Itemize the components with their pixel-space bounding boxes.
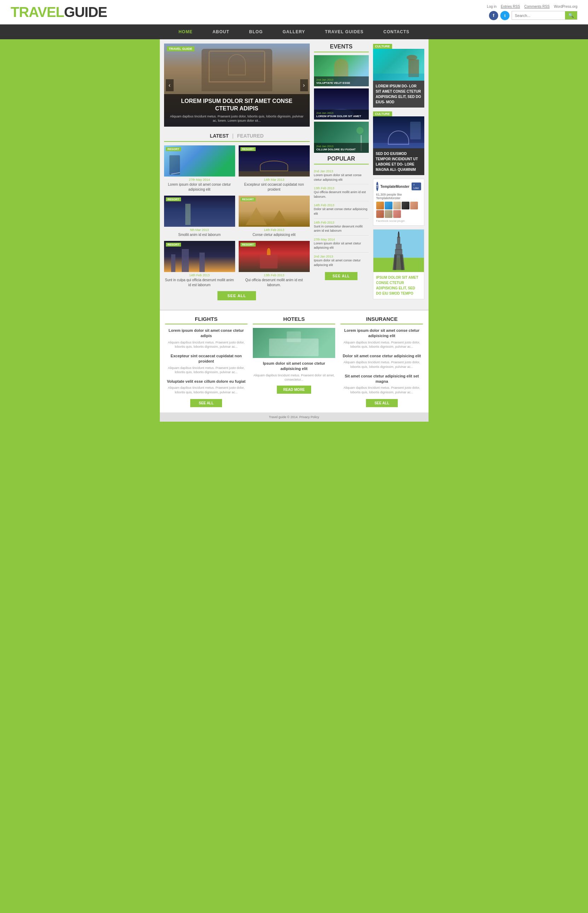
culture-1-text: LOREM IPSUM DO- LOR SIT AMET CONSE CTETU… [373,81,424,108]
popular-6-date: 2nd Jan 2013 [314,255,369,258]
card-4-image-wrap: RESORT [239,196,310,227]
logo-travel: TRAVEL [11,4,64,20]
hero-arrow-left[interactable]: ‹ [166,79,174,91]
events-popular-column: EVENTS 2nd Jan 2013 VOLUPTATE VELIT ESSE [314,44,369,305]
card-6-image-wrap: RESORT [239,241,310,272]
insurance-2-title: Dolor sit amet conse ctetur adipisicing … [341,353,423,359]
search-button[interactable]: 🔍 [565,11,577,19]
card-3[interactable]: RESORT 5th Mar 2013 Smollit anim id est … [164,196,235,237]
hotel-article-title: Ipsum dolor sit amet conse ctetur adipis… [253,361,335,372]
tab-featured[interactable]: FEATURED [237,133,263,139]
popular-item-4[interactable]: 14th Feb 2013 Sunt in consectetur deseru… [314,219,369,236]
logo[interactable]: TRAVELGUIDE [11,4,107,20]
hero-label: TRAVEL GUIDE [167,46,194,51]
flight-article-1[interactable]: Lorem ipsum dolor sit amet conse ctetur … [165,328,247,349]
card-5[interactable]: RESORT 14th Feb 2013 Sunt in culpa qui o… [164,241,235,288]
nav-contacts[interactable]: CONTACTS [373,24,419,39]
fb-avatars [376,202,421,218]
hotel-article[interactable]: Ipsum dolor sit amet conse ctetur adipis… [253,361,335,382]
popular-item-5[interactable]: 27th May 2014 Lorem ipsum dolor sit amet… [314,236,369,253]
svg-rect-9 [398,232,399,234]
card-6-label: RESORT [241,243,256,246]
popular-2-title: Qui officia deserunt mollit anim id est … [314,190,369,199]
insurance-see-all-wrap: SEE ALL [341,399,423,407]
popular-item-1[interactable]: 2nd Jan 2013 Lorem ipsum dolor sit amet … [314,167,369,184]
flight-2-desc: Aliquam dapibus tincidunt metus. Praesen… [165,366,247,375]
wordpress-link[interactable]: WordPress.org [554,5,577,8]
nav-gallery[interactable]: GALLERY [273,24,315,39]
eiffel-card[interactable]: IPSUM DOLOR SIT AMET CONSE CTETUR ADIPIS… [373,229,424,299]
culture-2-text: SED DO EIUSMOD TEMPOR INCIDIDUNT UT LABO… [373,148,424,175]
culture-card-1[interactable]: CULTURE LOREM IPSUM DO- LOR SIT AMET CON… [373,44,424,108]
search-input[interactable] [512,11,565,19]
popular-see-all-button[interactable]: SEE ALL [325,272,358,280]
card-2-image-wrap: RESORT [239,146,310,176]
insurance-see-all-button[interactable]: SEE ALL [366,399,398,407]
hotels-read-more-button[interactable]: READ MORE [277,385,311,394]
comments-rss-link[interactable]: Comments RSS [524,5,550,8]
event-1-title: VOLUPTATE VELIT ESSE [317,81,366,84]
flight-article-2[interactable]: Excepteur sint occaecat cupidatat non pr… [165,353,247,375]
event-3-overlay: 2nd Jan 2013 CILLUM DOLORE EU FUGIAT [314,143,369,153]
popular-item-3[interactable]: 14th Feb 2013 Dolor sit amet conse ctetu… [314,201,369,218]
fb-avatar-6 [376,210,384,218]
login-link[interactable]: Log in [487,5,496,8]
popular-4-title: Sunt in consectetur deserunt mollit anim… [314,224,369,233]
nav-travel-guides[interactable]: TRAVEL GUIDES [315,24,373,39]
culture-2-label: CULTURE [373,112,392,117]
card-1-image-wrap: RESORT [164,146,235,176]
card-5-title: Sunt in culpa qui officia deserunt molli… [164,278,235,288]
hero-arrow-right[interactable]: › [300,79,308,91]
card-6-title: Qui officia deserunt mollit anim id est … [239,278,310,288]
flight-article-3[interactable]: Voluptate velit esse cillum dolore eu fu… [165,379,247,395]
tab-latest[interactable]: LATEST [210,133,228,139]
see-all-button[interactable]: SEE ALL [218,291,256,300]
see-all-wrap: SEE ALL [164,291,310,300]
facebook-button[interactable]: f [489,11,498,20]
main-container: TRAVEL GUIDE ‹ › LOREM IPSUM DOLOR SIT A… [160,39,428,413]
events-title: EVENTS [314,44,369,52]
event-1[interactable]: 2nd Jan 2013 VOLUPTATE VELIT ESSE [314,55,369,86]
nav-blog[interactable]: BLOG [239,24,273,39]
fb-widget-header: T TemplateMonster f Like [376,182,421,191]
popular-item-2[interactable]: 13th Feb 2013 Qui officia deserunt molli… [314,184,369,201]
culture-card-2[interactable]: CULTURE SED DO EIUSMOD TEMPOR INCIDIDUNT… [373,111,424,175]
culture-2-label-wrap: CULTURE [373,111,424,117]
card-2-date: 14th Mar 2013 [239,178,310,181]
header-actions: f t 🔍 [489,11,577,20]
card-6[interactable]: RESORT 13th Feb 2013 Qui officia deserun… [239,241,310,288]
flights-see-all-button[interactable]: SEE ALL [190,399,222,407]
insurance-article-3[interactable]: Sit amet conse ctetur adipisicing elit s… [341,374,423,395]
event-1-overlay: 2nd Jan 2013 VOLUPTATE VELIT ESSE [314,76,369,86]
culture-1-label: CULTURE [373,44,392,49]
card-4[interactable]: RESORT 14th Feb 2013 Conse ctetur adipis… [239,196,310,237]
flights-section: FLIGHTS Lorem ipsum dolor sit amet conse… [165,316,247,407]
flight-1-desc: Aliquam dapibus tincidunt metus. Praesen… [165,340,247,349]
eiffel-caption-text: IPSUM DOLOR SIT AMET CONSE CTETUR ADIPIS… [376,275,421,296]
card-2[interactable]: RESORT 14th Mar 2013 Excepteur sint occa… [239,146,310,192]
svg-rect-8 [398,233,399,238]
insurance-article-1[interactable]: Lorem ipsum dolor sit amet conse ctetur … [341,328,423,349]
event-2-date: 2nd Jan 2013 [317,112,366,115]
flight-3-desc: Aliquam dapibus tincidunt metus. Praesen… [165,385,247,394]
header-right: Log in Entries RSS Comments RSS WordPres… [487,5,577,20]
card-3-date: 5th Mar 2013 [164,228,235,232]
nav-about[interactable]: ABOUT [203,24,239,39]
popular-3-title: Dolor sit amet conse ctetur adipisicing … [314,207,369,216]
entries-rss-link[interactable]: Entries RSS [501,5,520,8]
fb-like-button[interactable]: f Like [412,183,421,190]
popular-item-6[interactable]: 2nd Jan 2013 Ipsum dolor sit amet conse … [314,253,369,269]
nav-home[interactable]: HOME [169,24,203,39]
event-2[interactable]: 2nd Jan 2013 LOREM IPSUM DOLOR SIT AMET [314,88,369,120]
hotel-image [253,328,335,358]
card-1[interactable]: RESORT 27th May 2014 Lorem ipsum dolor s… [164,146,235,192]
event-3[interactable]: 2nd Jan 2013 CILLUM DOLORE EU FUGIAT [314,122,369,153]
main-nav: HOME ABOUT BLOG GALLERY TRAVEL GUIDES CO… [0,24,588,39]
svg-rect-7 [397,237,400,245]
insurance-article-2[interactable]: Dolor sit amet conse ctetur adipisicing … [341,353,423,369]
event-3-date: 2nd Jan 2013 [317,145,366,148]
card-5-label: RESORT [166,243,181,246]
twitter-button[interactable]: t [500,11,509,20]
flights-title: FLIGHTS [165,316,247,324]
culture-1-label-wrap: CULTURE [373,44,424,49]
